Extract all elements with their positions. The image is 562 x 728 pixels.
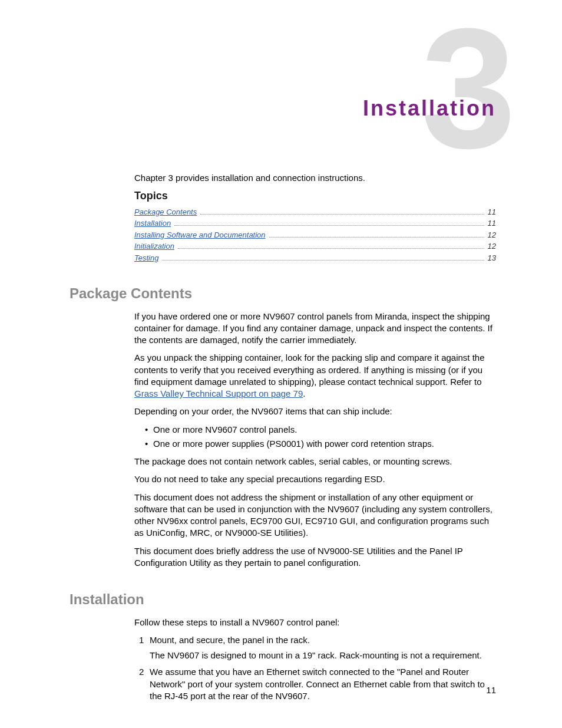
paragraph: Follow these steps to install a NV9607 c… <box>134 617 496 628</box>
text-run: . <box>303 388 305 398</box>
link-tech-support[interactable]: Grass Valley Technical Support on page 7… <box>134 388 303 398</box>
toc-page: 12 <box>488 241 496 252</box>
toc-dots <box>174 220 484 226</box>
page-number: 11 <box>486 684 496 696</box>
chapter-number-bg: 3 <box>421 2 510 173</box>
toc-page: 11 <box>488 207 496 218</box>
list-item: One or more power supplies (PS0001) with… <box>145 438 496 450</box>
list-item: 2 We assume that you have an Ethernet sw… <box>137 666 496 702</box>
list-item: One or more NV9607 control panels. <box>145 424 496 436</box>
toc-row: Installation 11 <box>134 218 496 229</box>
chapter-header: 3 Installation <box>70 37 496 160</box>
toc-row: Package Contents 11 <box>134 207 496 218</box>
step-subtext: The NV9607 is designed to mount in a 19"… <box>150 650 496 661</box>
bullet-list: One or more NV9607 control panels. One o… <box>145 424 496 450</box>
toc-row: Installing Software and Documentation 12 <box>134 230 496 241</box>
paragraph: Depending on your order, the NV9607 item… <box>134 406 496 417</box>
toc-dots <box>200 208 484 214</box>
section-heading-package-contents: Package Contents <box>70 284 496 303</box>
text-run: As you unpack the shipping container, lo… <box>134 353 485 387</box>
toc-row: Initialization 12 <box>134 241 496 252</box>
step-text: Mount, and secure, the panel in the rack… <box>150 635 310 645</box>
paragraph: You do not need to take any special prec… <box>134 473 496 485</box>
paragraph: The package does not contain network cab… <box>134 456 496 467</box>
section-body: Follow these steps to install a NV9607 c… <box>134 617 496 703</box>
toc-page: 12 <box>488 230 496 241</box>
toc-page: 11 <box>488 218 496 229</box>
document-page: 3 Installation Chapter 3 provides instal… <box>0 0 562 728</box>
toc-dots <box>178 243 484 249</box>
topics-heading: Topics <box>134 189 496 203</box>
paragraph: This document does briefly address the u… <box>134 545 496 569</box>
toc-dots <box>162 254 484 260</box>
step-number: 1 <box>139 634 144 646</box>
toc-dots <box>269 231 484 237</box>
section-body: If you have ordered one or more NV9607 c… <box>134 311 496 569</box>
list-item: 1 Mount, and secure, the panel in the ra… <box>137 634 496 662</box>
toc-link-installation[interactable]: Installation <box>134 218 171 229</box>
chapter-title: Installation <box>363 94 496 123</box>
toc-link-package-contents[interactable]: Package Contents <box>134 207 197 218</box>
toc-link-initialization[interactable]: Initialization <box>134 241 174 252</box>
step-list: 1 Mount, and secure, the panel in the ra… <box>137 634 496 702</box>
step-number: 2 <box>139 666 144 678</box>
paragraph: This document does not address the shipm… <box>134 492 496 539</box>
step-text: We assume that you have an Ethernet swit… <box>150 667 485 701</box>
topics-toc: Package Contents 11 Installation 11 Inst… <box>134 207 496 263</box>
toc-row: Testing 13 <box>134 253 496 263</box>
toc-page: 13 <box>488 253 496 263</box>
toc-link-testing[interactable]: Testing <box>134 253 158 263</box>
paragraph: If you have ordered one or more NV9607 c… <box>134 311 496 347</box>
toc-link-installing-software[interactable]: Installing Software and Documentation <box>134 230 266 241</box>
paragraph: As you unpack the shipping container, lo… <box>134 352 496 400</box>
section-heading-installation: Installation <box>70 590 496 609</box>
